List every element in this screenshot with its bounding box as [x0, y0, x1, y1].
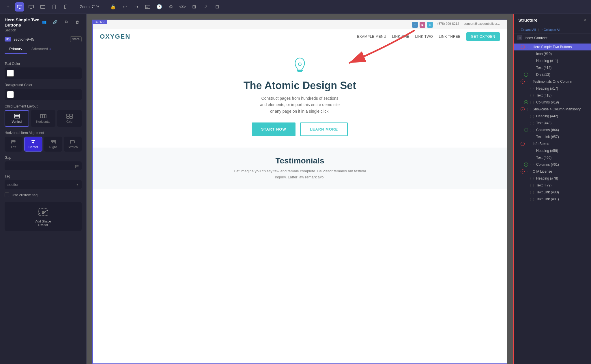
structure-toggle-icon[interactable]: [524, 59, 528, 63]
drag-handle-icon[interactable]: ⋮⋮: [529, 122, 535, 125]
structure-item[interactable]: ⋮⋮Text Link (#57): [514, 133, 591, 140]
structure-toggle-icon[interactable]: [524, 156, 528, 160]
structure-item[interactable]: −⋮⋮Info Boxes: [514, 140, 591, 147]
structure-toggle-icon[interactable]: [524, 135, 528, 139]
structure-item[interactable]: ⋮⋮Heading (#17): [514, 85, 591, 92]
structure-item[interactable]: −⋮⋮CTA License: [514, 168, 591, 175]
drag-handle-icon[interactable]: ⋮⋮: [526, 108, 532, 111]
undo-btn[interactable]: ↩: [120, 2, 129, 12]
structure-toggle-icon[interactable]: [524, 66, 528, 70]
grid-btn[interactable]: ⊞: [189, 2, 199, 12]
structure-item[interactable]: +⋮⋮Div (#13): [514, 71, 591, 78]
structure-toggle-icon[interactable]: −: [521, 169, 525, 173]
structure-item[interactable]: ⋮⋮Text (#79): [514, 182, 591, 189]
state-badge[interactable]: state: [70, 36, 82, 42]
layout-vertical[interactable]: Vertical: [5, 110, 29, 127]
structure-item[interactable]: ⋮⋮Text Link (#80): [514, 189, 591, 196]
structure-toggle-icon[interactable]: +: [524, 100, 528, 104]
drag-handle-icon[interactable]: ⋮⋮: [529, 191, 535, 194]
structure-toggle-icon[interactable]: [524, 176, 528, 180]
drag-handle-icon[interactable]: ⋮⋮: [529, 156, 535, 159]
structure-toggle-icon[interactable]: −: [521, 107, 525, 111]
structure-item[interactable]: ⋮⋮Icon (#10): [514, 50, 591, 57]
lock-btn[interactable]: 🔒: [109, 2, 118, 12]
align-stretch[interactable]: Stretch: [64, 137, 82, 152]
tag-select[interactable]: section ▼: [5, 180, 82, 189]
structure-item[interactable]: ⋮⋮Heading (#11): [514, 57, 591, 64]
structure-toggle-icon[interactable]: [524, 52, 528, 56]
history-btn[interactable]: 🕐: [155, 2, 164, 12]
structure-toggle-icon[interactable]: −: [521, 142, 525, 146]
structure-item[interactable]: ⋮⋮Text (#12): [514, 64, 591, 71]
structure-toggle-icon[interactable]: +: [524, 128, 528, 132]
structure-item[interactable]: +⋮⋮Columns (#61): [514, 161, 591, 168]
hero-btn-start[interactable]: START NOW: [252, 122, 296, 136]
drag-handle-icon[interactable]: ⋮⋮: [529, 129, 535, 132]
structure-item[interactable]: ⋮⋮Text (#18): [514, 92, 591, 99]
structure-item[interactable]: ⋮⋮Heading (#59): [514, 147, 591, 154]
nav-item-link2[interactable]: LINK TWO: [415, 35, 433, 39]
structure-toggle-icon[interactable]: [524, 149, 528, 153]
tablet-portrait-btn[interactable]: [50, 2, 59, 12]
structure-item[interactable]: +⋮⋮Columns (#44): [514, 127, 591, 133]
drag-handle-icon[interactable]: ⋮⋮: [529, 149, 535, 152]
structure-item[interactable]: −⋮⋮Showcase 4 Column Mansonry: [514, 106, 591, 113]
structure-item[interactable]: ⋮⋮Heading (#78): [514, 175, 591, 182]
structure-item[interactable]: ⋮⋮Heading (#42): [514, 113, 591, 120]
drag-handle-icon[interactable]: ⋮⋮: [529, 73, 535, 76]
nav-item-link1[interactable]: LINK ONE: [392, 35, 409, 39]
monitor-view-btn[interactable]: [27, 2, 36, 12]
drag-handle-icon[interactable]: ⋮⋮: [529, 66, 535, 69]
custom-tag-checkbox[interactable]: [5, 193, 9, 197]
accessibility-btn[interactable]: 👥: [40, 17, 49, 27]
settings-btn[interactable]: ⚙: [166, 2, 175, 12]
structure-item[interactable]: ⋮⋮Text (#43): [514, 120, 591, 127]
add-shape-divider-btn[interactable]: Add Shape Divider: [5, 202, 82, 231]
align-right[interactable]: Right: [44, 137, 62, 152]
text-color-swatch-row[interactable]: [5, 67, 82, 79]
structure-item[interactable]: −⋮⋮Hero Simple Two Buttons: [514, 44, 591, 50]
structure-toggle-icon[interactable]: [524, 183, 528, 187]
nav-item-link3[interactable]: LINK THREE: [439, 35, 460, 39]
delete-btn[interactable]: 🗑: [72, 17, 82, 27]
drag-handle-icon[interactable]: ⋮⋮: [529, 115, 535, 118]
drag-handle-icon[interactable]: ⋮⋮: [529, 198, 535, 201]
structure-toggle-icon[interactable]: −: [521, 45, 525, 49]
drag-handle-icon[interactable]: ⋮⋮: [529, 135, 535, 139]
tab-advanced[interactable]: Advanced ●: [27, 44, 56, 54]
gap-input[interactable]: [5, 161, 72, 170]
structure-toggle-icon[interactable]: [524, 197, 528, 201]
nav-item-example[interactable]: EXAMPLE MENU: [357, 35, 386, 39]
nav-cta-btn[interactable]: GET OXYGEN: [466, 32, 500, 41]
drag-handle-icon[interactable]: ⋮⋮: [526, 170, 532, 173]
tab-primary[interactable]: Primary: [5, 44, 27, 54]
drag-handle-icon[interactable]: ⋮⋮: [529, 177, 535, 180]
drag-handle-icon[interactable]: ⋮⋮: [529, 59, 535, 63]
drag-handle-icon[interactable]: ⋮⋮: [529, 184, 535, 187]
drag-handle-icon[interactable]: ⋮⋮: [529, 87, 535, 90]
revisions-btn[interactable]: [143, 2, 152, 12]
mobile-btn[interactable]: [61, 2, 70, 12]
structure-item[interactable]: ⋮⋮Text Link (#81): [514, 196, 591, 203]
structure-toggle-icon[interactable]: +: [524, 163, 528, 167]
bg-color-swatch-row[interactable]: [5, 89, 82, 100]
align-center[interactable]: Center: [24, 137, 42, 152]
structure-toggle-icon[interactable]: +: [524, 73, 528, 77]
structure-toggle-icon[interactable]: −: [521, 80, 525, 84]
structure-toggle-icon[interactable]: [524, 86, 528, 90]
text-color-swatch[interactable]: [7, 70, 14, 77]
hero-btn-learn[interactable]: LEARN MORE: [300, 122, 348, 136]
copy-btn[interactable]: ⧉: [61, 17, 71, 27]
drag-handle-icon[interactable]: ⋮⋮: [526, 46, 532, 49]
layout-horizontal[interactable]: Horizontal: [31, 110, 55, 127]
link-btn[interactable]: 🔗: [51, 17, 60, 27]
collapse-all-link[interactable]: ↑ Collapse All: [541, 28, 560, 31]
structure-toggle-icon[interactable]: [524, 93, 528, 97]
drag-handle-icon[interactable]: ⋮⋮: [529, 94, 535, 97]
desktop-view-btn[interactable]: [15, 2, 24, 12]
structure-item[interactable]: +⋮⋮Columns (#19): [514, 99, 591, 106]
drag-handle-icon[interactable]: ⋮⋮: [529, 163, 535, 166]
code-btn[interactable]: </>: [178, 2, 187, 12]
drag-handle-icon[interactable]: ⋮⋮: [529, 52, 535, 56]
add-icon-btn[interactable]: ＋: [3, 2, 13, 12]
